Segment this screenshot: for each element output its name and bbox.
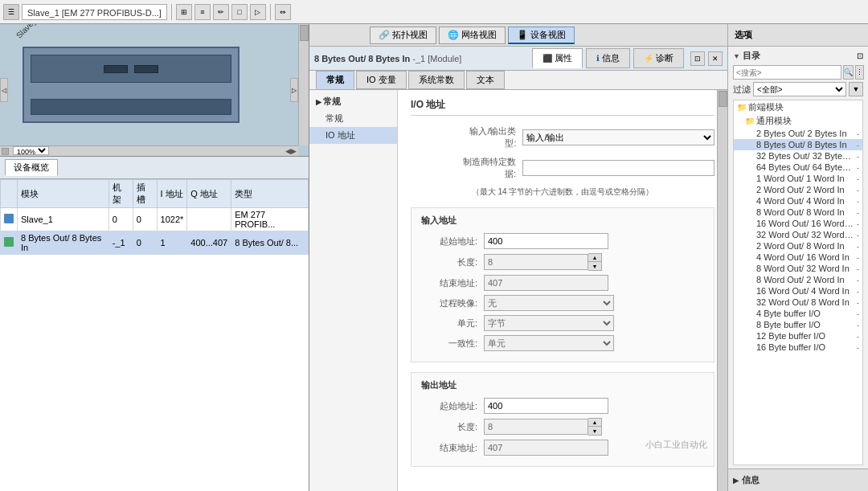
filter-options-btn[interactable]: ▼ bbox=[849, 82, 863, 96]
tree-leaf-item[interactable]: 32 Word Out/ 8 Word In - bbox=[734, 297, 862, 308]
module-name: 8 Bytes Out/ 8 Bytes In -_1 [Module] bbox=[314, 54, 461, 63]
tree-leaf-item[interactable]: 1 Word Out/ 1 Word In - bbox=[734, 173, 862, 184]
tree-leaf-item[interactable]: 2 Bytes Out/ 2 Bytes In - bbox=[734, 128, 862, 139]
col-type: 类型 bbox=[231, 180, 309, 208]
in-proc-select[interactable]: 无 bbox=[484, 295, 614, 311]
options-title: 选项 bbox=[728, 24, 868, 47]
panel-float-btn[interactable]: ⊡ bbox=[690, 51, 705, 66]
tree-folder-item[interactable]: 📁 前端模块 bbox=[734, 100, 862, 114]
mfr-data-row: 制造商特定数据: bbox=[411, 156, 714, 180]
cell-i-addr: 1 bbox=[157, 231, 187, 255]
props-tabs-row: 常规 IO 变量 系统常数 文本 bbox=[309, 71, 727, 90]
canvas-hscroll[interactable]: 100% 75% 150% ◀▶ bbox=[0, 145, 298, 156]
tab-io-var[interactable]: IO 变量 bbox=[356, 71, 407, 89]
tree-leaf-item[interactable]: 32 Word Out/ 32 Word In - bbox=[734, 229, 862, 240]
output-section-title: 输出地址 bbox=[421, 379, 704, 391]
in-unit-select[interactable]: 字节 bbox=[484, 315, 614, 331]
device-canvas[interactable]: Slave_1 bbox=[0, 24, 309, 157]
catalog-search-input[interactable] bbox=[733, 65, 841, 80]
sidebar-item-general[interactable]: 常规 bbox=[309, 110, 397, 127]
slave-label: Slave_1 bbox=[14, 24, 41, 40]
cell-rack: -_1 bbox=[108, 231, 133, 255]
expand-arrow-info-icon: ▶ bbox=[733, 477, 739, 485]
in-consist-select[interactable]: 单元 bbox=[484, 335, 614, 351]
sidebar-item-io-address[interactable]: IO 地址 bbox=[309, 127, 397, 144]
col-i-addr: I 地址 bbox=[157, 180, 187, 208]
in-length-row: 长度: ▲ ▼ bbox=[421, 253, 704, 271]
mfr-data-input[interactable] bbox=[522, 160, 714, 176]
tab-sys-const[interactable]: 系统常数 bbox=[408, 71, 465, 89]
tree-leaf-item[interactable]: 8 Word Out/ 2 Word In - bbox=[734, 274, 862, 285]
cell-i-addr: 1022* bbox=[157, 208, 187, 231]
in-length-label: 长度: bbox=[421, 256, 477, 268]
tree-leaf-item[interactable]: 16 Word Out/ 4 Word In - bbox=[734, 285, 862, 297]
tree-leaf-item[interactable]: 4 Word Out/ 16 Word In - bbox=[734, 252, 862, 263]
catalog-collapse-icon[interactable]: ⊡ bbox=[857, 51, 863, 60]
props-tab-info[interactable]: ℹ 信息 bbox=[586, 48, 630, 68]
table-row[interactable]: 8 Bytes Out/ 8 Bytes In -_1 0 1 400...40… bbox=[1, 231, 309, 255]
tree-folder-item[interactable]: 📁 通用模块 bbox=[734, 114, 862, 128]
tree-leaf-item[interactable]: 8 Word Out/ 32 Word In - bbox=[734, 263, 862, 274]
zoom-select[interactable]: 100% 75% 150% bbox=[13, 146, 49, 155]
out-start-input[interactable] bbox=[484, 398, 608, 414]
toolbar-btn-6[interactable]: ⇔ bbox=[275, 4, 291, 20]
main-content: 8 Bytes Out/ 8 Bytes In -_1 [Module] ⬛ 属… bbox=[309, 47, 727, 491]
in-start-input[interactable] bbox=[484, 233, 608, 249]
props-sidebar: ▶ 常规 常规 IO 地址 bbox=[309, 90, 398, 491]
io-type-label: 输入/输出类型: bbox=[459, 125, 516, 149]
tree-leaf-item[interactable]: 16 Byte buffer I/O - bbox=[734, 342, 862, 353]
io-type-select[interactable]: 输入/输出 bbox=[522, 129, 714, 145]
toolbar-btn-1[interactable]: ⊞ bbox=[176, 4, 192, 20]
tree-leaf-item[interactable]: 4 Word Out/ 4 Word In - bbox=[734, 195, 862, 207]
tree-leaf-item[interactable]: 8 Word Out/ 8 Word In - bbox=[734, 207, 862, 218]
toolbar-btn-5[interactable]: ▷ bbox=[250, 4, 266, 20]
toolbar-btn-3[interactable]: ✏ bbox=[213, 4, 229, 20]
io-type-row: 输入/输出类型: 输入/输出 bbox=[411, 125, 714, 149]
props-tab-diag[interactable]: ⚡ 诊断 bbox=[633, 48, 684, 68]
tree-leaf-item[interactable]: 32 Bytes Out/ 32 Bytes In - bbox=[734, 150, 862, 162]
cell-q-addr bbox=[187, 208, 231, 231]
in-end-label: 结束地址: bbox=[421, 277, 477, 289]
tree-leaf-item[interactable]: 8 Byte buffer I/O - bbox=[734, 319, 862, 330]
in-length-spinner[interactable]: ▲ ▼ bbox=[588, 253, 602, 271]
overview-tab[interactable]: 设备概览 bbox=[5, 159, 58, 176]
toolbar-btn-2[interactable]: ≡ bbox=[194, 4, 211, 20]
tab-text[interactable]: 文本 bbox=[466, 71, 505, 89]
toolbar-icon[interactable]: ☰ bbox=[3, 4, 19, 20]
toolbar-btn-4[interactable]: □ bbox=[231, 4, 248, 20]
catalog-header: ▼ 目录 ⊡ bbox=[733, 50, 863, 62]
device-view-btn[interactable]: 📱 设备视图 bbox=[508, 27, 575, 44]
tree-leaf-item[interactable]: 8 Bytes Out/ 8 Bytes In - bbox=[734, 139, 862, 150]
network-view-btn[interactable]: 🌐 网络视图 bbox=[439, 27, 506, 44]
device-title: Slave_1 [EM 277 PROFIBUS-D...] bbox=[22, 4, 167, 20]
tree-leaf-item[interactable]: 16 Word Out/ 16 Word In - bbox=[734, 218, 862, 229]
in-unit-row: 单元: 字节 bbox=[421, 315, 704, 331]
canvas-vscroll[interactable] bbox=[298, 24, 309, 145]
sidebar-group-general: ▶ 常规 bbox=[309, 93, 397, 110]
out-start-row: 起始地址: bbox=[421, 398, 704, 414]
filter-select[interactable]: <全部> bbox=[753, 82, 846, 96]
topology-view-btn[interactable]: 🔗 拓扑视图 bbox=[370, 27, 436, 44]
tab-general[interactable]: 常规 bbox=[316, 71, 354, 89]
search-btn[interactable]: 🔍 bbox=[843, 65, 854, 80]
mfr-hint: （最大 14 字节的十六进制数，由逗号或空格分隔） bbox=[411, 186, 714, 198]
output-address-section: 输出地址 起始地址: 长度: ▲ bbox=[411, 372, 714, 467]
scroll-right[interactable] bbox=[717, 90, 727, 491]
props-tab-properties[interactable]: ⬛ 属性 bbox=[532, 48, 583, 68]
tree-leaf-item[interactable]: 64 Bytes Out/ 64 Bytes In - bbox=[734, 162, 862, 173]
info-title: 信息 bbox=[742, 474, 760, 486]
canvas-nav-right[interactable]: ▷ bbox=[290, 78, 298, 102]
out-length-spinner[interactable]: ▲ ▼ bbox=[588, 418, 602, 436]
search-options-btn[interactable]: ⋮ bbox=[855, 65, 864, 80]
tree-leaf-item[interactable]: 4 Byte buffer I/O - bbox=[734, 308, 862, 319]
tree-leaf-item[interactable]: 2 Word Out/ 2 Word In - bbox=[734, 184, 862, 195]
out-end-label: 结束地址: bbox=[421, 442, 477, 454]
table-row[interactable]: Slave_1 0 0 1022* EM 277 PROFIB... bbox=[1, 208, 309, 231]
info-section: ▶ 信息 bbox=[728, 468, 868, 491]
io-section-title: I/O 地址 bbox=[411, 98, 714, 116]
tree-leaf-item[interactable]: 2 Word Out/ 8 Word In - bbox=[734, 240, 862, 252]
canvas-nav-left[interactable]: ◁ bbox=[0, 78, 8, 102]
tree-leaf-item[interactable]: 12 Byte buffer I/O - bbox=[734, 330, 862, 342]
panel-close-btn[interactable]: ✕ bbox=[708, 51, 723, 66]
expand-arrow-icon: ▼ bbox=[733, 52, 740, 60]
